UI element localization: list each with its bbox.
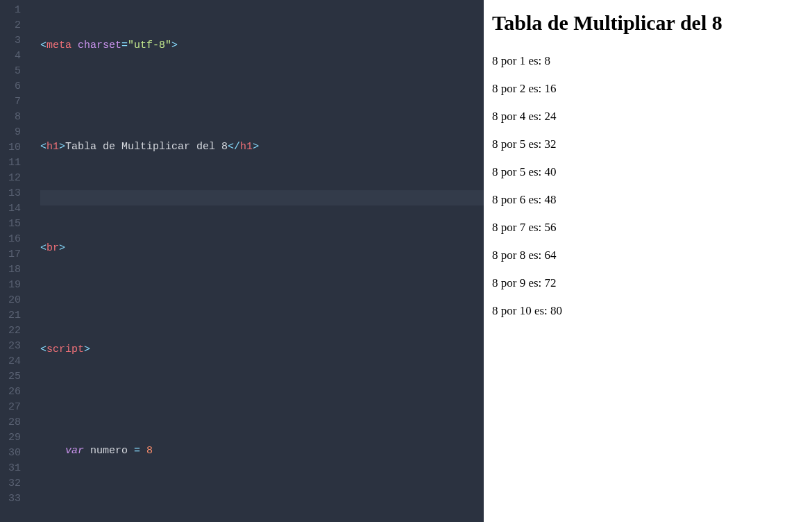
line-number: 29 xyxy=(0,430,28,446)
line-number: 21 xyxy=(0,308,28,323)
line-number: 3 xyxy=(0,33,28,49)
line-number: 18 xyxy=(0,262,28,278)
line-number: 4 xyxy=(0,49,28,64)
line-number: 10 xyxy=(0,140,28,155)
line-number: 17 xyxy=(0,247,28,262)
line-number: 25 xyxy=(0,369,28,385)
line-number: 16 xyxy=(0,232,28,247)
output-line: 8 por 9 es: 72 xyxy=(492,276,804,290)
code-line[interactable]: var numero = 8 xyxy=(40,444,484,459)
line-number: 1 xyxy=(0,3,28,18)
code-line[interactable] xyxy=(40,393,484,408)
line-number: 14 xyxy=(0,201,28,217)
output-line: 8 por 10 es: 80 xyxy=(492,304,804,318)
line-number: 12 xyxy=(0,171,28,186)
line-number: 31 xyxy=(0,461,28,476)
line-number: 24 xyxy=(0,354,28,369)
line-number: 22 xyxy=(0,323,28,339)
line-number: 32 xyxy=(0,476,28,491)
line-number: 15 xyxy=(0,217,28,232)
code-content[interactable]: <meta charset="utf-8"> <h1>Tabla de Mult… xyxy=(28,0,484,522)
line-number: 6 xyxy=(0,79,28,94)
line-number: 33 xyxy=(0,491,28,507)
line-number-gutter: 1234567891011121314151617181920212223242… xyxy=(0,0,28,522)
code-line[interactable] xyxy=(40,292,484,307)
line-number: 2 xyxy=(0,18,28,33)
output-line: 8 por 5 es: 32 xyxy=(492,137,804,151)
code-line[interactable]: <h1>Tabla de Multiplicar del 8</h1> xyxy=(40,140,484,155)
output-line: 8 por 5 es: 40 xyxy=(492,165,804,179)
line-number: 7 xyxy=(0,94,28,110)
page-title: Tabla de Multiplicar del 8 xyxy=(492,11,804,35)
line-number: 13 xyxy=(0,186,28,201)
line-number: 8 xyxy=(0,110,28,125)
line-number: 5 xyxy=(0,64,28,79)
line-number: 20 xyxy=(0,293,28,308)
code-editor-pane[interactable]: 1234567891011121314151617181920212223242… xyxy=(0,0,484,522)
output-line: 8 por 8 es: 64 xyxy=(492,249,804,262)
line-number: 26 xyxy=(0,385,28,400)
line-number: 23 xyxy=(0,339,28,354)
output-line: 8 por 4 es: 24 xyxy=(492,110,804,124)
code-line-active[interactable] xyxy=(40,190,484,205)
output-line: 8 por 2 es: 16 xyxy=(492,82,804,96)
browser-preview-pane: Tabla de Multiplicar del 8 8 por 1 es: 8… xyxy=(484,0,812,522)
code-line[interactable] xyxy=(40,89,484,104)
code-line[interactable]: <meta charset="utf-8"> xyxy=(40,38,484,53)
line-number: 27 xyxy=(0,400,28,415)
output-line: 8 por 1 es: 8 xyxy=(492,54,804,68)
line-number: 11 xyxy=(0,155,28,171)
output-line: 8 por 7 es: 56 xyxy=(492,221,804,235)
line-number: 28 xyxy=(0,415,28,430)
line-number: 19 xyxy=(0,278,28,293)
code-line[interactable]: <br> xyxy=(40,241,484,256)
line-number: 30 xyxy=(0,446,28,461)
line-number: 9 xyxy=(0,125,28,140)
code-line[interactable] xyxy=(40,494,484,510)
code-line[interactable]: <script> xyxy=(40,342,484,357)
output-line: 8 por 6 es: 48 xyxy=(492,193,804,207)
